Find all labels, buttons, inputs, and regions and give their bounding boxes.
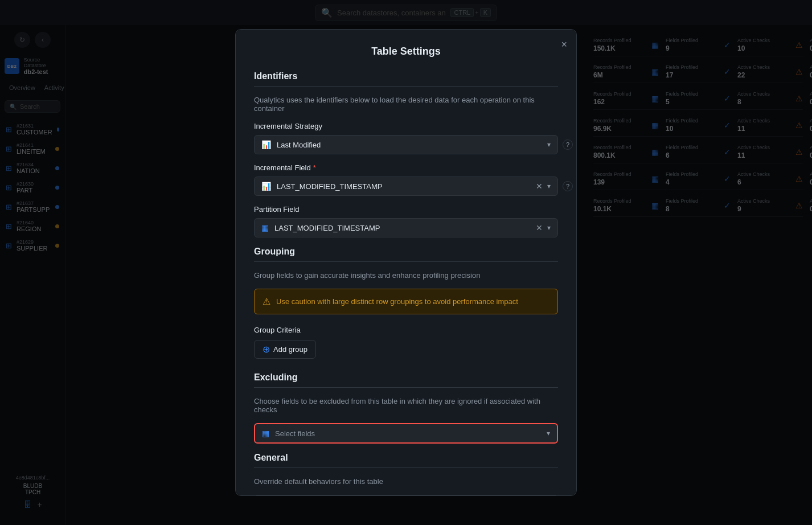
- add-group-button[interactable]: ⊕ Add group: [254, 340, 316, 359]
- incremental-field-row: 📊 LAST_MODIFIED_TIMESTAMP ✕ ▾ ?: [254, 177, 558, 196]
- incremental-strategy-value: Last Modified: [277, 141, 547, 149]
- select-fields-arrow-icon: ▾: [547, 429, 550, 437]
- modal-title: Table Settings: [254, 46, 558, 58]
- general-description: Override default behaviors for this tabl…: [254, 477, 558, 486]
- partition-field-select[interactable]: ▦ LAST_MODIFIED_TIMESTAMP ✕ ▾: [254, 218, 558, 237]
- excluding-description: Choose fields to be excluded from this t…: [254, 397, 558, 414]
- identifiers-divider: [254, 86, 558, 87]
- incremental-field-value: LAST_MODIFIED_TIMESTAMP: [277, 182, 536, 191]
- grouping-divider: [254, 261, 558, 262]
- incremental-field-label: Incremental Field*: [254, 163, 558, 172]
- select-fields-placeholder: Select fields: [275, 429, 547, 438]
- fields-icon: ▦: [262, 429, 269, 438]
- partition-field-label: Partition Field: [254, 205, 558, 214]
- grouping-section-title: Grouping: [254, 247, 558, 257]
- modal-overlay: × Table Settings Identifiers Qualytics u…: [0, 0, 812, 525]
- required-indicator: *: [313, 163, 316, 172]
- incremental-strategy-help-icon[interactable]: ?: [563, 140, 573, 150]
- incremental-field-arrow-icon: ▾: [547, 182, 551, 190]
- incremental-field-help-icon[interactable]: ?: [563, 181, 573, 191]
- general-divider: [254, 467, 558, 468]
- partition-field-row: ▦ LAST_MODIFIED_TIMESTAMP ✕ ▾: [254, 218, 558, 237]
- partition-icon: ▦: [261, 223, 269, 232]
- incremental-field-clear-button[interactable]: ✕: [536, 182, 543, 191]
- group-criteria-label: Group Criteria: [254, 326, 558, 334]
- modal-close-button[interactable]: ×: [561, 39, 567, 51]
- bar-chart-icon: 📊: [261, 140, 271, 149]
- select-fields-dropdown[interactable]: ▦ Select fields ▾: [254, 423, 558, 444]
- warning-icon: ⚠: [263, 296, 270, 307]
- identifiers-section-title: Identifiers: [254, 71, 558, 81]
- add-group-label: Add group: [273, 345, 307, 354]
- excluding-divider: [254, 387, 558, 388]
- infer-datatype-row: Infer the data type for each field and c…: [254, 495, 558, 496]
- warning-text: Use caution with large distinct row grou…: [276, 297, 518, 306]
- partition-field-value: LAST_MODIFIED_TIMESTAMP: [274, 224, 536, 232]
- grouping-warning-banner: ⚠ Use caution with large distinct row gr…: [254, 289, 558, 314]
- incremental-field-select[interactable]: 📊 LAST_MODIFIED_TIMESTAMP ✕ ▾: [254, 177, 558, 196]
- plus-circle-icon: ⊕: [263, 344, 270, 355]
- general-section-title: General: [254, 453, 558, 463]
- incremental-strategy-select[interactable]: 📊 Last Modified ▾: [254, 135, 558, 154]
- identifiers-description: Qualytics uses the identifiers below to …: [254, 96, 558, 113]
- select-fields-row: ▦ Select fields ▾: [254, 423, 558, 444]
- table-settings-modal: × Table Settings Identifiers Qualytics u…: [235, 29, 577, 496]
- incremental-strategy-row: 📊 Last Modified ▾ ?: [254, 135, 558, 154]
- partition-field-arrow-icon: ▾: [547, 224, 551, 232]
- excluding-section-title: Excluding: [254, 372, 558, 383]
- dropdown-arrow-icon: ▾: [547, 141, 551, 149]
- field-chart-icon: 📊: [261, 182, 271, 191]
- partition-field-clear-button[interactable]: ✕: [536, 223, 543, 232]
- grouping-description: Group fields to gain accurate insights a…: [254, 271, 558, 280]
- incremental-strategy-label: Incremental Strategy: [254, 122, 558, 130]
